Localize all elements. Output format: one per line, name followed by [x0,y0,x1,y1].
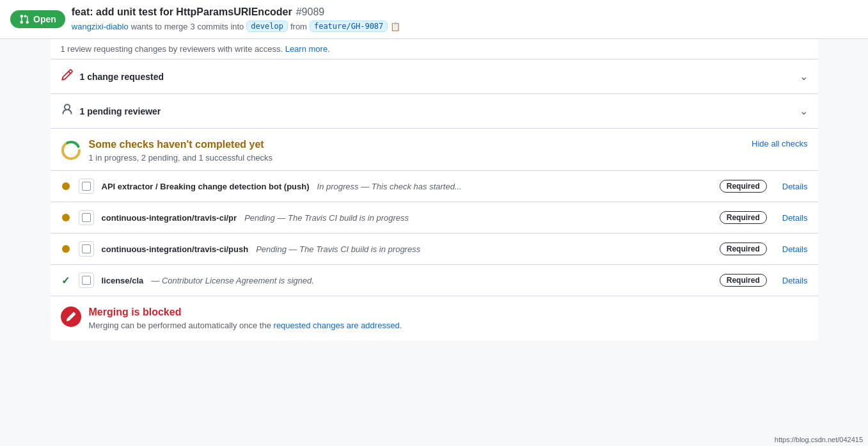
file-change-icon [61,68,74,84]
check-desc-license-cla: — Contributor License Agreement is signe… [151,276,314,285]
open-badge: Open [10,10,65,28]
check-name-license-cla: license/cla [102,276,144,285]
pending-reviewer-row[interactable]: 1 pending reviewer ⌄ [51,94,818,129]
check-status-pending-1 [61,212,71,223]
check-name-travis-push: continuous-integration/travis-ci/push [102,244,249,254]
source-branch[interactable]: feature/GH-9087 [310,20,388,32]
check-icon-box-2 [79,210,94,225]
change-requested-chevron[interactable]: ⌄ [800,70,808,83]
open-label: Open [33,14,56,24]
pending-reviewer-chevron[interactable]: ⌄ [800,105,808,117]
check-name-api-extractor: API extractor / Breaking change detectio… [102,182,310,191]
checks-title-area: Some checks haven't completed yet 1 in p… [61,139,273,163]
pr-header: Open feat: add unit test for HttpParamsU… [0,0,868,39]
check-desc-api-extractor: In progress — This check has started... [317,182,462,191]
pr-author[interactable]: wangzixi-diablo [72,22,129,31]
check-status-success: ✓ [61,275,71,285]
notice-text: 1 review requesting changes by reviewers… [61,44,285,54]
copy-icon[interactable]: 📋 [390,22,400,31]
checks-subtitle: 1 in progress, 2 pending, and 1 successf… [89,153,273,163]
blocked-title: Merging is blocked [89,307,402,318]
check-name-travis-pr: continuous-integration/travis-ci/pr [102,213,237,223]
main-content: 1 review requesting changes by reviewers… [0,39,868,446]
details-link-api-extractor[interactable]: Details [782,182,808,191]
check-item-license-cla: ✓ license/cla — Contributor License Agre… [51,264,818,296]
check-icon-box-4 [79,273,94,288]
check-icon-box [79,179,94,194]
check-status-in-progress [61,181,71,191]
check-icon-box-3 [79,241,94,257]
requested-changes-link[interactable]: requested changes are addressed [274,321,400,330]
blocked-section: Merging is blocked Merging can be perfor… [51,296,818,340]
check-icon-inner-3 [82,244,91,253]
notice-bar: 1 review requesting changes by reviewers… [51,39,818,60]
pr-meta: wangzixi-diablo wants to merge 3 commits… [72,20,401,32]
learn-more-link[interactable]: Learn more. [285,44,330,54]
from-label: from [290,22,307,31]
checks-header: Some checks haven't completed yet 1 in p… [51,129,818,170]
blocked-subtitle: Merging can be performed automatically o… [89,321,402,330]
yellow-dot [62,182,70,190]
details-link-travis-push[interactable]: Details [782,244,808,254]
green-checkmark: ✓ [61,275,70,287]
required-badge-travis-push: Required [720,243,767,255]
details-link-travis-pr[interactable]: Details [782,213,808,223]
checks-text-area: Some checks haven't completed yet 1 in p… [89,139,273,163]
person-icon [61,103,74,119]
target-branch[interactable]: develop [246,20,288,32]
required-badge-travis-pr: Required [720,211,767,224]
footer-url: https://blog.csdn.net/042415 [775,436,863,443]
change-requested-left: 1 change requested [61,68,164,84]
pr-title: feat: add unit test for HttpParamsURIEnc… [72,6,292,18]
pr-commits: 3 commits into [191,22,244,31]
check-desc-travis-push: Pending — The Travis CI build is in prog… [256,244,420,254]
hide-all-checks-link[interactable]: Hide all checks [752,139,807,148]
pr-number: #9089 [296,6,325,18]
yellow-dot-3 [62,245,70,253]
blocked-icon [61,307,81,327]
pending-reviewer-left: 1 pending reviewer [61,103,161,119]
details-link-license-cla[interactable]: Details [782,276,808,285]
checks-container: Some checks haven't completed yet 1 in p… [51,129,818,296]
content-area: 1 review requesting changes by reviewers… [51,39,818,340]
change-requested-row[interactable]: 1 change requested ⌄ [51,60,818,94]
check-desc-travis-pr: Pending — The Travis CI build is in prog… [244,213,409,223]
required-badge-api-extractor: Required [720,180,767,193]
pending-reviewer-label: 1 pending reviewer [80,106,161,116]
required-badge-license-cla: Required [720,274,767,287]
check-status-pending-2 [61,244,71,254]
check-icon-inner [82,182,91,191]
pr-action: wants to merge [131,22,188,31]
blocked-text: Merging is blocked Merging can be perfor… [89,307,402,330]
git-pr-icon [19,14,29,24]
check-item-travis-pr: continuous-integration/travis-ci/pr Pend… [51,202,818,233]
spinner-icon [61,140,81,161]
checks-title: Some checks haven't completed yet [89,139,273,150]
blocked-svg-icon [66,312,76,322]
check-icon-inner-4 [82,276,91,285]
change-requested-label: 1 change requested [80,72,164,82]
yellow-dot-2 [62,214,70,221]
check-icon-inner-2 [82,213,91,222]
check-item-travis-push: continuous-integration/travis-ci/push Pe… [51,233,818,264]
check-item-api-extractor: API extractor / Breaking change detectio… [51,170,818,202]
